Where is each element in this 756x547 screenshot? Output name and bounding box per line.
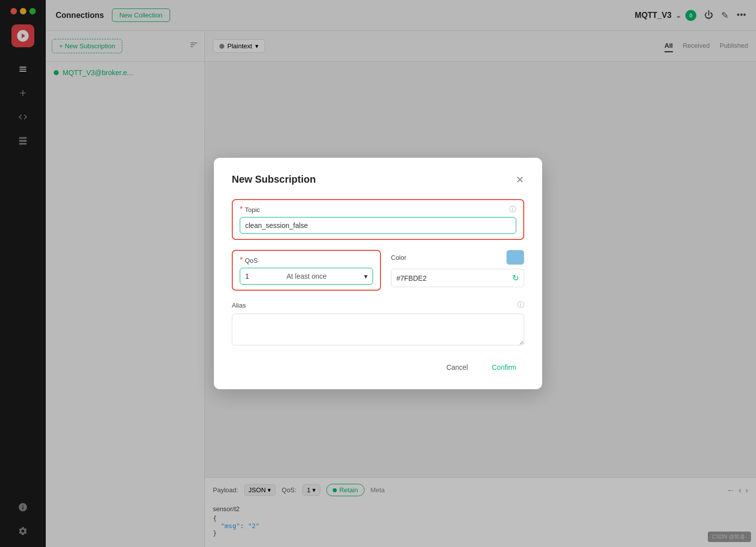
color-label: Color [391, 254, 406, 261]
alias-info-icon[interactable]: ⓘ [517, 301, 524, 310]
qos-dropdown-text: At least once [286, 272, 327, 280]
modal-close-button[interactable]: ✕ [516, 175, 524, 185]
color-group: Color #7FBDE2 ↻ [391, 250, 524, 291]
color-refresh-icon[interactable]: ↻ [512, 273, 519, 283]
qos-label: QoS [245, 257, 258, 264]
color-label-row: Color [391, 250, 524, 265]
qos-dropdown-value: 1 [245, 272, 249, 280]
topic-required-marker: * [240, 205, 243, 214]
cancel-button[interactable]: Cancel [438, 359, 476, 375]
alias-label: Alias [232, 302, 246, 309]
modal-footer: Cancel Confirm [232, 359, 524, 375]
modal-overlay: New Subscription ✕ * Topic ⓘ * QoS [0, 0, 756, 547]
new-subscription-modal: New Subscription ✕ * Topic ⓘ * QoS [214, 158, 542, 389]
alias-label-row: Alias ⓘ [232, 301, 524, 310]
topic-label-row: * Topic ⓘ [240, 205, 516, 214]
topic-label: Topic [245, 206, 260, 214]
qos-label-row: * QoS [240, 256, 373, 265]
topic-section: * Topic ⓘ [232, 199, 524, 240]
qos-dropdown[interactable]: 1 At least once ▾ [240, 268, 373, 285]
alias-textarea[interactable] [232, 314, 524, 345]
color-hex-value: #7FBDE2 [396, 274, 427, 282]
qos-group: * QoS 1 At least once ▾ [232, 250, 381, 291]
alias-group: Alias ⓘ [232, 301, 524, 347]
modal-header: New Subscription ✕ [232, 174, 524, 185]
color-input-row: #7FBDE2 ↻ [391, 269, 524, 287]
color-swatch[interactable] [506, 250, 524, 265]
qos-color-row: * QoS 1 At least once ▾ Color #7FBDE2 ↻ [232, 250, 524, 291]
topic-info-icon[interactable]: ⓘ [509, 205, 516, 214]
qos-required-marker: * [240, 256, 243, 265]
confirm-button[interactable]: Confirm [484, 359, 524, 375]
topic-group: * Topic ⓘ [232, 199, 524, 240]
topic-input[interactable] [240, 217, 516, 234]
qos-dropdown-chevron: ▾ [364, 272, 368, 280]
modal-title: New Subscription [232, 174, 316, 185]
